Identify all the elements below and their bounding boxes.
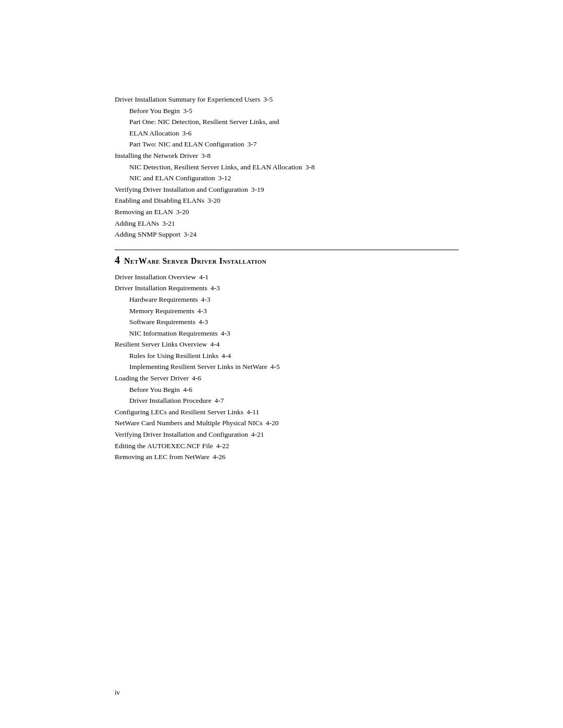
toc-entry-text: Enabling and Disabling ELANs <box>115 195 204 206</box>
toc-entry-text: Part One: NIC Detection, Resilient Serve… <box>129 116 279 128</box>
chapter4-toc: Driver Installation Overview 4-1 Driver … <box>115 272 459 463</box>
toc-page-num: 3-6 <box>182 128 192 139</box>
toc-entry-text: Adding SNMP Support <box>115 229 180 240</box>
toc-entry: NIC and ELAN Configuration 3-12 <box>115 172 459 184</box>
toc-entry: Loading the Server Driver 4-6 <box>115 373 459 384</box>
toc-page-num: 4-1 <box>199 272 209 283</box>
toc-entry: Enabling and Disabling ELANs 3-20 <box>115 195 459 206</box>
toc-entry-text: Driver Installation Overview <box>115 272 196 283</box>
toc-entry: Memory Requirements 4-3 <box>115 305 459 317</box>
toc-entry-text: Editing the AUTOEXEC.NCF File <box>115 440 213 452</box>
chapter4-heading: 4 NetWare Server Driver Installation <box>115 250 459 266</box>
toc-page-num: 3-20 <box>207 195 221 206</box>
toc-page-num: 3-8 <box>201 150 211 162</box>
toc-entry-text: Hardware Requirements <box>129 294 198 305</box>
toc-entry: Before You Begin 3-5 <box>115 105 459 117</box>
toc-entry-text: Software Requirements <box>129 316 195 328</box>
toc-entry-text: Loading the Server Driver <box>115 373 189 384</box>
toc-entry: Hardware Requirements 4-3 <box>115 294 459 305</box>
toc-entry: Part Two: NIC and ELAN Configuration 3-7 <box>115 139 459 150</box>
footer-label: iv <box>115 688 120 696</box>
toc-entry: Software Requirements 4-3 <box>115 316 459 328</box>
toc-entry-text: Resilient Server Links Overview <box>115 339 207 350</box>
toc-entry: Before You Begin 4-6 <box>115 384 459 396</box>
toc-page-num: 4-6 <box>192 373 201 384</box>
toc-entry-text: Rules for Using Resilient Links <box>129 350 218 362</box>
toc-page-num: 3-5 <box>183 105 192 117</box>
page: Driver Installation Summary for Experien… <box>0 0 563 728</box>
toc-page-num: 3-7 <box>247 139 256 150</box>
toc-entry-text: Implementing Resilient Server Links in N… <box>129 361 267 373</box>
toc-entry: Adding SNMP Support 3-24 <box>115 229 459 240</box>
toc-entry-text: Before You Begin <box>129 384 180 396</box>
toc-entry-text: NIC Information Requirements <box>129 328 217 339</box>
toc-page-num: 4-4 <box>210 339 219 350</box>
toc-entry: Driver Installation Overview 4-1 <box>115 272 459 283</box>
toc-page-num: 4-20 <box>266 417 279 429</box>
toc-page-num: 3-5 <box>263 94 273 105</box>
toc-page-num: 3-24 <box>183 229 197 240</box>
toc-entry-text: Driver Installation Procedure <box>129 395 211 406</box>
toc-page-num: 4-3 <box>201 294 211 305</box>
toc-page-num: 4-3 <box>221 328 230 339</box>
toc-entry: NIC Information Requirements 4-3 <box>115 328 459 339</box>
toc-entry-text: NIC Detection, Resilient Server Links, a… <box>129 162 302 173</box>
toc-entry-text: Verifying Driver Installation and Config… <box>115 429 248 440</box>
toc-page-num: 3-20 <box>176 206 189 218</box>
toc-entry: Driver Installation Requirements 4-3 <box>115 282 459 294</box>
toc-page-num: 4-7 <box>214 395 224 406</box>
toc-page-num: 3-21 <box>162 218 175 229</box>
toc-page-num: 4-26 <box>213 451 226 463</box>
toc-entry-text: Installing the Network Driver <box>115 150 198 162</box>
toc-entry: Implementing Resilient Server Links in N… <box>115 361 459 373</box>
toc-page-num: 4-22 <box>216 440 229 452</box>
toc-entry: ELAN Allocation 3-6 <box>115 128 459 139</box>
toc-page-num: 3-12 <box>218 172 231 184</box>
toc-page-num: 4-6 <box>183 384 192 396</box>
toc-entry-text: Configuring LECs and Resilient Server Li… <box>115 406 243 418</box>
toc-entry: Verifying Driver Installation and Config… <box>115 184 459 195</box>
toc-page-num: 3-19 <box>251 184 264 195</box>
toc-entry-text: Adding ELANs <box>115 218 159 229</box>
toc-entry: Editing the AUTOEXEC.NCF File 4-22 <box>115 440 459 452</box>
chapter-number: 4 <box>115 254 120 266</box>
toc-entry: Removing an LEC from NetWare 4-26 <box>115 451 459 463</box>
toc-page-num: 4-5 <box>271 361 280 373</box>
toc-entry-text: Verifying Driver Installation and Config… <box>115 184 248 195</box>
toc-entry: Configuring LECs and Resilient Server Li… <box>115 406 459 418</box>
toc-entry: Part One: NIC Detection, Resilient Serve… <box>115 116 459 128</box>
toc-entry-text: Removing an LEC from NetWare <box>115 451 210 463</box>
toc-page-num: 4-21 <box>251 429 264 440</box>
toc-page-num: 4-11 <box>247 406 259 418</box>
toc-entry-text: Before You Begin <box>129 105 180 117</box>
toc-entry: Driver Installation Summary for Experien… <box>115 94 459 105</box>
toc-entry: Installing the Network Driver 3-8 <box>115 150 459 162</box>
toc-entry: Removing an ELAN 3-20 <box>115 206 459 218</box>
toc-entry: Rules for Using Resilient Links 4-4 <box>115 350 459 362</box>
toc-page-num: 4-3 <box>199 316 208 328</box>
toc-entry-text: Removing an ELAN <box>115 206 173 218</box>
toc-entry: NetWare Card Numbers and Multiple Physic… <box>115 417 459 429</box>
toc-entry-text: Memory Requirements <box>129 305 194 317</box>
toc-entry: Resilient Server Links Overview 4-4 <box>115 339 459 350</box>
toc-entry-text: Driver Installation Summary for Experien… <box>115 94 260 105</box>
toc-entry-text: ELAN Allocation <box>129 128 179 139</box>
toc-entry-text: Driver Installation Requirements <box>115 282 207 294</box>
toc-entry: NIC Detection, Resilient Server Links, a… <box>115 162 459 173</box>
toc-entry: Verifying Driver Installation and Config… <box>115 429 459 440</box>
toc-page-num: 4-3 <box>211 282 220 294</box>
chapter3-toc: Driver Installation Summary for Experien… <box>115 94 459 240</box>
toc-page-num: 4-3 <box>198 305 207 317</box>
toc-page-num: 3-8 <box>305 162 315 173</box>
chapter-title: NetWare Server Driver Installation <box>124 256 266 266</box>
toc-page-num: 4-4 <box>222 350 231 362</box>
toc-entry: Driver Installation Procedure 4-7 <box>115 395 459 406</box>
toc-entry-text: NIC and ELAN Configuration <box>129 172 215 184</box>
toc-entry: Adding ELANs 3-21 <box>115 218 459 229</box>
toc-entry-text: NetWare Card Numbers and Multiple Physic… <box>115 417 263 429</box>
page-footer: iv <box>115 688 120 697</box>
toc-entry-text: Part Two: NIC and ELAN Configuration <box>129 139 244 150</box>
